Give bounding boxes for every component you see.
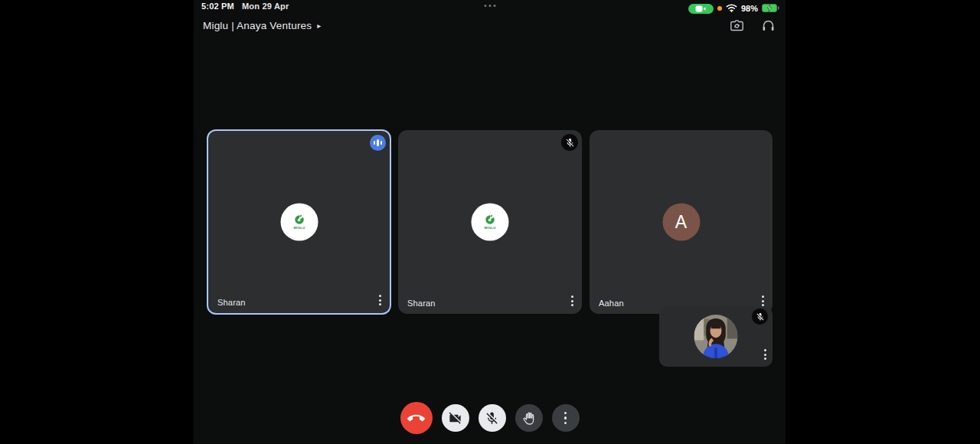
battery-percent: 98% <box>741 4 758 13</box>
call-controls-bar <box>194 402 786 434</box>
meeting-title-dropdown[interactable]: Miglu | Anaya Ventures ▸ <box>203 20 321 31</box>
more-vert-icon <box>564 412 567 425</box>
miglu-logo-icon <box>292 214 305 227</box>
ipad-frame: 5:02 PM Mon 29 Apr 98% <box>0 0 980 444</box>
participant-name: Sharan <box>407 299 436 308</box>
participant-name: Sharan <box>217 298 246 307</box>
end-call-button[interactable] <box>400 402 433 434</box>
clock-date: Mon 29 Apr <box>242 2 289 11</box>
more-options-button[interactable] <box>552 404 580 432</box>
audio-activity-icon <box>370 135 386 151</box>
battery-charging-icon <box>762 2 779 15</box>
participant-tile-aahan[interactable]: A Aahan <box>590 130 773 314</box>
wifi-icon <box>726 2 737 15</box>
avatar: MIGLU <box>472 204 509 241</box>
mic-in-use-dot-icon <box>717 6 722 11</box>
mic-off-button[interactable] <box>479 404 506 432</box>
camera-off-button[interactable] <box>442 404 469 432</box>
participant-name: Aahan <box>599 299 624 308</box>
mic-off-icon <box>561 134 578 151</box>
participant-tile-sharan-2[interactable]: MIGLU Sharan <box>398 130 582 314</box>
raise-hand-button[interactable] <box>515 404 543 432</box>
camera-switch-button[interactable] <box>729 18 745 34</box>
multitasking-indicator-icon <box>484 5 495 7</box>
initial-avatar: A <box>662 204 700 241</box>
logo-wordmark: MIGLU <box>293 227 305 229</box>
logo-wordmark: MIGLU <box>485 227 496 229</box>
participant-tile-sharan-1[interactable]: MIGLU Sharan <box>207 129 391 315</box>
tile-options-button[interactable] <box>377 293 383 307</box>
mic-off-icon <box>752 309 768 325</box>
headphones-audio-button[interactable] <box>760 18 776 34</box>
self-view-tile[interactable] <box>659 306 773 367</box>
miglu-logo-icon <box>484 214 497 227</box>
avatar: MIGLU <box>280 204 318 241</box>
self-view-options-button[interactable] <box>763 348 768 361</box>
tile-options-button[interactable] <box>570 294 575 308</box>
chevron-right-icon: ▸ <box>317 22 321 30</box>
avatar: A <box>662 204 700 241</box>
meeting-title: Miglu | Anaya Ventures <box>203 20 312 31</box>
meet-app-screen: 5:02 PM Mon 29 Apr 98% <box>194 0 786 444</box>
status-bar: 5:02 PM Mon 29 Apr 98% <box>194 0 786 13</box>
camera-in-use-pill-icon <box>688 4 714 14</box>
self-photo-avatar <box>694 315 738 358</box>
clock-time: 5:02 PM <box>201 2 234 11</box>
